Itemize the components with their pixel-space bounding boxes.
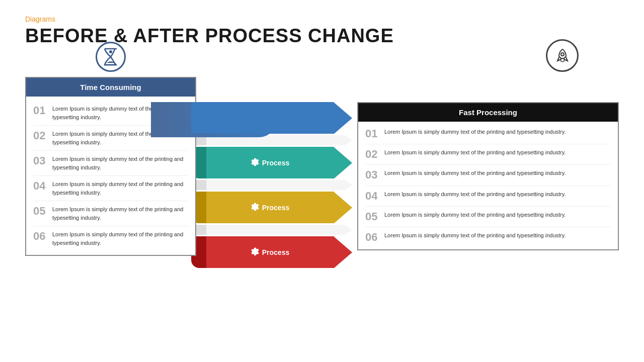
item-text: Lorem Ipsum is simply dummy text of the … [384, 169, 566, 177]
item-number: 01 [33, 105, 47, 117]
right-panel: Fast Processing 01 Lorem Ipsum is simply… [357, 77, 619, 250]
category-label: Diagrams [25, 15, 619, 23]
arrow-body: Process [206, 147, 334, 178]
process-arrow: Process [191, 192, 352, 223]
left-list-item: 05 Lorem Ipsum is simply dummy text of t… [33, 201, 188, 226]
gear-icon [251, 158, 259, 168]
hourglass-icon [96, 42, 126, 72]
arrow-label: Process [262, 204, 289, 212]
item-number: 02 [33, 130, 47, 142]
right-list-item: 06 Lorem Ipsum is simply dummy text of t… [365, 227, 611, 247]
process-arrow: Process [191, 236, 352, 268]
process-arrow: Process [191, 147, 352, 178]
right-list-item: 03 Lorem Ipsum is simply dummy text of t… [365, 165, 611, 185]
arrow-tip [334, 103, 352, 134]
arrow-tip [334, 147, 352, 178]
top-funnel-band [191, 102, 307, 133]
right-header: Fast Processing [358, 103, 618, 122]
rocket-icon [546, 39, 579, 72]
item-text: Lorem Ipsum is simply dummy text of the … [52, 180, 188, 197]
right-list-item: 04 Lorem Ipsum is simply dummy text of t… [365, 186, 611, 206]
gear-icon [251, 203, 259, 213]
left-list-item: 03 Lorem Ipsum is simply dummy text of t… [33, 151, 188, 175]
right-box: Fast Processing 01 Lorem Ipsum is simply… [357, 102, 619, 250]
item-text: Lorem Ipsum is simply dummy text of the … [52, 205, 188, 222]
right-list-item: 01 Lorem Ipsum is simply dummy text of t… [365, 124, 611, 144]
arrow-label: Process [262, 159, 289, 167]
item-text: Lorem Ipsum is simply dummy text of the … [384, 211, 566, 219]
item-number: 04 [365, 190, 379, 202]
item-text: Lorem Ipsum is simply dummy text of the … [384, 190, 566, 199]
diagram-area: Time Consuming 01 Lorem Ipsum is simply … [25, 77, 619, 268]
item-text: Lorem Ipsum is simply dummy text of the … [384, 148, 566, 157]
item-number: 06 [33, 230, 47, 242]
arrow-body: Process [206, 236, 334, 268]
item-number: 02 [365, 148, 379, 160]
svg-point-1 [109, 50, 112, 53]
item-number: 03 [365, 169, 379, 181]
item-number: 03 [33, 155, 47, 167]
arrow-spacer [191, 225, 352, 235]
svg-point-2 [561, 53, 564, 56]
item-number: 04 [33, 180, 47, 192]
left-header: Time Consuming [26, 78, 195, 97]
item-number: 05 [33, 205, 47, 217]
right-list-item: 05 Lorem Ipsum is simply dummy text of t… [365, 207, 611, 227]
arrow-spacer [191, 180, 352, 190]
gear-icon [251, 247, 259, 257]
arrow-tip [334, 192, 352, 223]
item-number: 01 [365, 128, 379, 140]
arrow-tip [334, 237, 352, 268]
item-text: Lorem Ipsum is simply dummy text of the … [384, 128, 566, 136]
left-list-item: 04 Lorem Ipsum is simply dummy text of t… [33, 176, 188, 201]
item-text: Lorem Ipsum is simply dummy text of the … [384, 231, 566, 240]
right-list-item: 02 Lorem Ipsum is simply dummy text of t… [365, 144, 611, 164]
item-number: 05 [365, 211, 379, 223]
item-text: Lorem Ipsum is simply dummy text of the … [52, 155, 188, 171]
right-body: 01 Lorem Ipsum is simply dummy text of t… [358, 122, 618, 249]
arrow-label: Process [262, 248, 289, 256]
left-list-item: 06 Lorem Ipsum is simply dummy text of t… [33, 226, 188, 251]
page: Diagrams BEFORE & AFTER PROCESS CHANGE T… [0, 0, 644, 362]
item-text: Lorem Ipsum is simply dummy text of the … [52, 230, 188, 247]
item-number: 06 [365, 231, 379, 243]
arrow-body: Process [206, 192, 334, 223]
